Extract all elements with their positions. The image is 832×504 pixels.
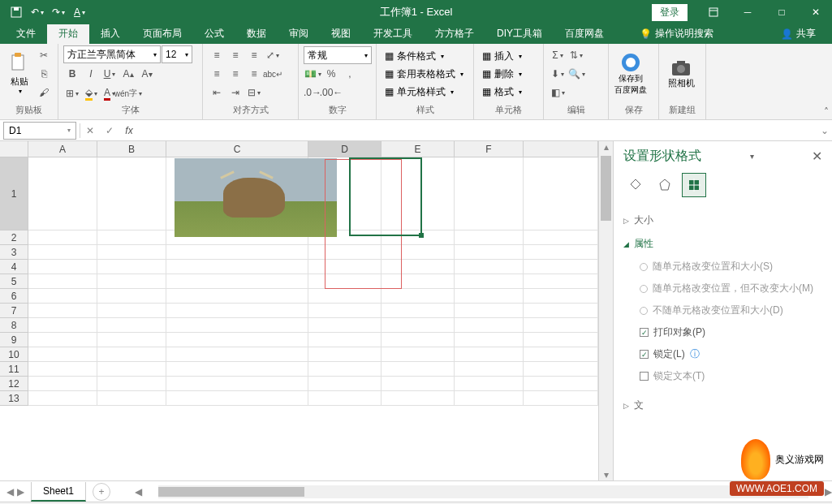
cell[interactable] [166, 362, 308, 377]
cell[interactable] [97, 304, 166, 318]
cell[interactable] [308, 274, 382, 289]
cell[interactable] [382, 157, 455, 230]
locked-check[interactable]: ✓锁定(L) ⓘ [640, 343, 822, 365]
cancel-formula-icon[interactable]: ✕ [80, 122, 100, 140]
format-painter-icon[interactable]: 🖌 [35, 84, 53, 101]
font-qat-icon[interactable]: A▾ [70, 2, 89, 22]
cell[interactable] [308, 333, 382, 347]
cell[interactable] [28, 304, 97, 318]
delete-cells-button[interactable]: ▦删除▾ [479, 66, 525, 83]
cell[interactable] [455, 230, 524, 245]
cell[interactable] [166, 318, 308, 333]
camera-button[interactable]: 照相机 [664, 48, 698, 100]
cell[interactable] [166, 333, 308, 347]
minimize-icon[interactable]: ─ [731, 0, 764, 24]
cell[interactable] [455, 304, 524, 318]
cell[interactable] [166, 245, 308, 260]
cell[interactable] [28, 362, 97, 377]
cell[interactable] [455, 318, 524, 333]
cell[interactable] [166, 304, 308, 318]
cell[interactable] [28, 347, 97, 362]
ribbon-display-icon[interactable] [697, 0, 730, 24]
cell[interactable] [97, 260, 166, 274]
font-size-combo[interactable]: 12▾ [162, 45, 192, 63]
conditional-format-button[interactable]: ▦条件格式▾ [382, 48, 467, 65]
effects-tab-icon[interactable] [653, 173, 677, 197]
cell[interactable] [455, 391, 524, 406]
cell[interactable] [166, 289, 308, 304]
prev-sheet-icon[interactable]: ◀ [6, 486, 14, 498]
table-format-button[interactable]: ▦套用表格格式▾ [382, 66, 467, 83]
save-icon[interactable] [6, 2, 26, 22]
cell[interactable] [97, 274, 166, 289]
row-header-4[interactable]: 4 [0, 260, 28, 274]
col-header-a[interactable]: A [28, 141, 97, 157]
pane-dropdown-icon[interactable]: ▾ [750, 152, 754, 161]
clear-icon[interactable]: ◧▾ [549, 84, 567, 101]
text-section[interactable]: ▷文 [623, 394, 822, 417]
cell[interactable] [382, 304, 455, 318]
cell[interactable] [28, 333, 97, 347]
cell[interactable] [455, 245, 524, 260]
cell[interactable] [97, 157, 166, 230]
decrease-font-icon[interactable]: A▾ [138, 65, 156, 83]
move-size-radio[interactable]: 随单元格改变位置和大小(S) [640, 256, 822, 278]
tab-ffgz[interactable]: 方方格子 [424, 24, 485, 44]
cell[interactable] [308, 362, 382, 377]
cell[interactable] [97, 333, 166, 347]
vertical-scrollbar[interactable]: ▴ ▾ [598, 141, 613, 480]
row-header-5[interactable]: 5 [0, 274, 28, 289]
align-bottom-icon[interactable]: ≡ [245, 46, 263, 64]
cell[interactable] [97, 289, 166, 304]
name-box[interactable]: D1 ▾ [3, 122, 76, 140]
fx-icon[interactable]: fx [119, 122, 139, 140]
scroll-thumb[interactable] [601, 156, 611, 221]
move-nosize-radio[interactable]: 随单元格改变位置，但不改变大小(M) [640, 278, 822, 299]
cell[interactable] [308, 260, 382, 274]
cell[interactable] [28, 230, 97, 245]
comma-icon[interactable]: , [341, 65, 359, 83]
accept-formula-icon[interactable]: ✓ [100, 122, 119, 140]
tab-baidu[interactable]: 百度网盘 [554, 24, 615, 44]
save-baidu-button[interactable]: 保存到 百度网盘 [614, 48, 648, 100]
chevron-down-icon[interactable]: ▾ [67, 127, 71, 134]
add-sheet-button[interactable]: + [93, 483, 110, 501]
cell[interactable] [28, 391, 97, 406]
row-header-6[interactable]: 6 [0, 289, 28, 304]
expand-formula-icon[interactable]: ⌄ [817, 125, 832, 136]
cell[interactable] [382, 333, 455, 347]
spreadsheet[interactable]: A B C D E F 12345678910111213 [0, 141, 598, 480]
cell[interactable] [97, 230, 166, 245]
cell[interactable] [97, 318, 166, 333]
cell[interactable] [455, 362, 524, 377]
cell[interactable] [455, 274, 524, 289]
hscroll-thumb[interactable] [158, 487, 304, 497]
cell[interactable] [308, 391, 382, 406]
tab-view[interactable]: 视图 [320, 24, 362, 44]
pane-close-icon[interactable]: ✕ [812, 149, 822, 164]
undo-icon[interactable]: ↶▾ [28, 2, 47, 22]
cell[interactable] [28, 157, 97, 230]
col-header-e[interactable]: E [382, 141, 455, 157]
decrease-indent-icon[interactable]: ⇤ [208, 84, 226, 101]
tab-layout[interactable]: 页面布局 [131, 24, 193, 44]
number-format-combo[interactable]: 常规▾ [304, 46, 372, 64]
row-header-1[interactable]: 1 [0, 157, 28, 230]
cell[interactable] [455, 347, 524, 362]
increase-indent-icon[interactable]: ⇥ [226, 84, 244, 101]
sheet-tab-1[interactable]: Sheet1 [31, 482, 86, 502]
cell[interactable] [308, 245, 382, 260]
cell[interactable] [28, 274, 97, 289]
tab-developer[interactable]: 开发工具 [362, 24, 424, 44]
cell[interactable] [382, 230, 455, 245]
find-icon[interactable]: 🔍▾ [567, 65, 585, 83]
fill-icon[interactable]: ⬇▾ [549, 65, 567, 83]
hscroll-left-icon[interactable]: ◀ [135, 486, 142, 498]
underline-button[interactable]: U▾ [101, 65, 119, 83]
cell[interactable] [166, 391, 308, 406]
collapse-ribbon-icon[interactable]: ˄ [824, 106, 829, 118]
col-header-b[interactable]: B [97, 141, 166, 157]
row-header-13[interactable]: 13 [0, 391, 28, 406]
cell[interactable] [28, 318, 97, 333]
tab-diy[interactable]: DIY工具箱 [485, 24, 554, 44]
